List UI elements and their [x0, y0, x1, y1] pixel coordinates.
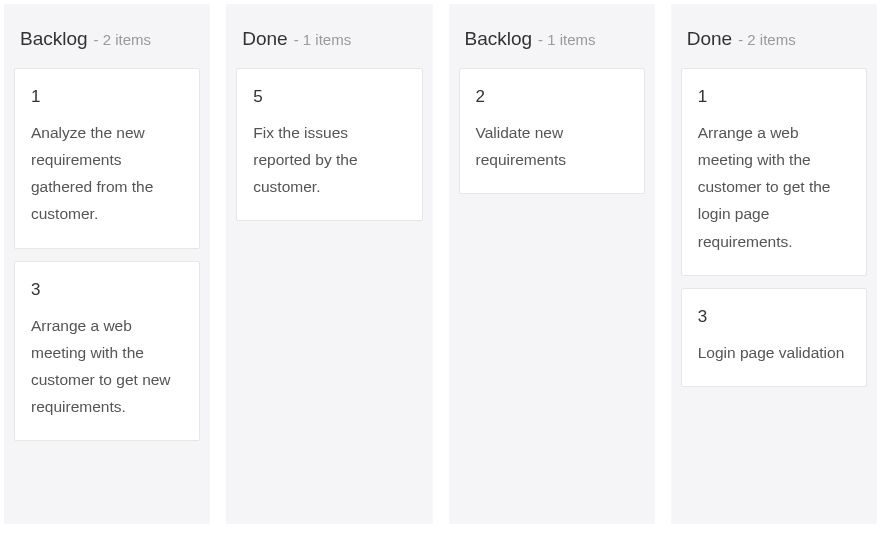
card-summary: Fix the issues reported by the customer.	[253, 119, 405, 200]
kanban-card[interactable]: 5 Fix the issues reported by the custome…	[236, 68, 422, 221]
column-count: - 2 items	[94, 31, 152, 48]
card-summary: Validate new requirements	[476, 119, 628, 173]
card-id: 3	[698, 307, 850, 327]
kanban-card[interactable]: 1 Analyze the new requirements gathered …	[14, 68, 200, 249]
card-id: 1	[698, 87, 850, 107]
kanban-column: Done - 1 items 5 Fix the issues reported…	[226, 4, 432, 524]
kanban-column: Backlog - 2 items 1 Analyze the new requ…	[4, 4, 210, 524]
column-count: - 2 items	[738, 31, 796, 48]
column-cards: 5 Fix the issues reported by the custome…	[226, 68, 432, 231]
card-id: 2	[476, 87, 628, 107]
column-header: Backlog - 1 items	[449, 4, 655, 68]
kanban-column: Done - 2 items 1 Arrange a web meeting w…	[671, 4, 877, 524]
column-title: Done	[242, 28, 287, 50]
kanban-card[interactable]: 2 Validate new requirements	[459, 68, 645, 194]
column-title: Done	[687, 28, 732, 50]
column-cards: 1 Analyze the new requirements gathered …	[4, 68, 210, 451]
card-id: 3	[31, 280, 183, 300]
column-header: Backlog - 2 items	[4, 4, 210, 68]
card-id: 5	[253, 87, 405, 107]
kanban-card[interactable]: 3 Login page validation	[681, 288, 867, 387]
card-summary: Arrange a web meeting with the customer …	[31, 312, 183, 421]
column-count: - 1 items	[294, 31, 352, 48]
card-summary: Analyze the new requirements gathered fr…	[31, 119, 183, 228]
kanban-card[interactable]: 1 Arrange a web meeting with the custome…	[681, 68, 867, 276]
kanban-board: Backlog - 2 items 1 Analyze the new requ…	[4, 4, 877, 524]
card-id: 1	[31, 87, 183, 107]
column-header: Done - 1 items	[226, 4, 432, 68]
column-cards: 1 Arrange a web meeting with the custome…	[671, 68, 877, 397]
column-header: Done - 2 items	[671, 4, 877, 68]
column-cards: 2 Validate new requirements	[449, 68, 655, 204]
card-summary: Login page validation	[698, 339, 850, 366]
card-summary: Arrange a web meeting with the customer …	[698, 119, 850, 255]
kanban-card[interactable]: 3 Arrange a web meeting with the custome…	[14, 261, 200, 442]
kanban-column: Backlog - 1 items 2 Validate new require…	[449, 4, 655, 524]
column-count: - 1 items	[538, 31, 596, 48]
column-title: Backlog	[465, 28, 533, 50]
column-title: Backlog	[20, 28, 88, 50]
